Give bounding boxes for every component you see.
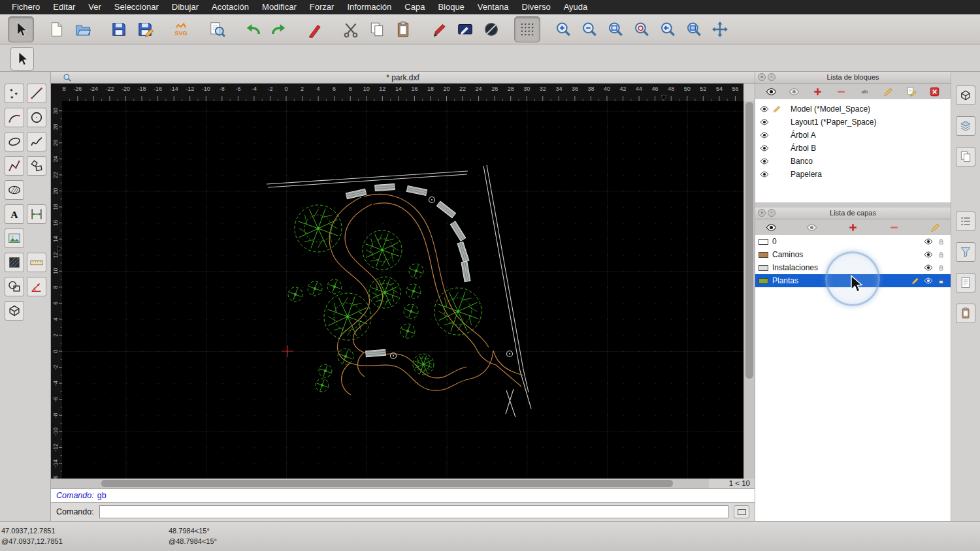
vertical-scrollbar[interactable] [743,101,755,479]
line-tool-button[interactable] [27,84,46,103]
menu-item-fichero[interactable]: Fichero [5,0,46,14]
visibility-icon[interactable] [760,131,770,140]
visibility-icon[interactable] [760,170,770,179]
save-as-button[interactable] [132,16,158,42]
measure-tool-button[interactable] [27,253,46,272]
delete-button[interactable] [302,16,328,42]
block-item[interactable]: Papelera [755,168,951,181]
hatch-tool-button[interactable] [5,180,24,200]
lock-icon[interactable] [937,276,947,285]
edit-block-button[interactable] [881,86,894,99]
undo-button[interactable] [240,16,266,42]
points-tool-button[interactable] [5,84,24,103]
layer-item-0[interactable]: 0 [755,235,951,248]
copy-button[interactable] [364,16,390,42]
spline-tool-button[interactable] [27,132,46,151]
lock-icon[interactable] [937,263,947,272]
text-tool-button[interactable]: A [5,204,24,224]
delete-block-button[interactable] [928,86,941,99]
visibility-icon[interactable] [924,237,934,246]
visibility-icon[interactable] [924,263,934,272]
zoom-redraw-button[interactable] [629,16,655,42]
redo-button[interactable] [266,16,292,42]
edit-layer-button[interactable] [928,221,941,234]
close-panel-icon[interactable]: × [758,209,766,217]
dock-toggle-notes[interactable] [956,304,975,323]
visibility-icon[interactable] [924,276,934,285]
menu-item-capa[interactable]: Capa [398,0,431,14]
dock-toggle-filter[interactable] [956,242,975,262]
attributes-button[interactable]: alb [858,86,871,99]
shapes-tool-button[interactable] [27,156,46,176]
lock-icon[interactable] [937,250,947,259]
vertical-scrollbar-thumb[interactable] [745,102,753,379]
menu-item-forzar[interactable]: Forzar [303,0,341,14]
remove-layer-button[interactable] [887,221,900,234]
visibility-muted-button[interactable] [806,221,819,234]
zoom-previous-button[interactable] [655,16,681,42]
menu-item-informacion[interactable]: Información [340,0,398,14]
menu-item-ver[interactable]: Ver [82,0,108,14]
visibility-icon[interactable] [760,118,770,127]
open-file-button[interactable] [70,16,96,42]
menu-item-ayuda[interactable]: Ayuda [557,0,595,14]
menu-item-acotacion[interactable]: Acotación [205,0,255,14]
image-tool-button[interactable] [5,228,24,248]
rename-block-button[interactable] [905,86,918,99]
paste-button[interactable] [390,16,416,42]
block-item[interactable]: Banco [755,155,951,168]
selection-cursor-button[interactable] [8,16,34,42]
menu-item-diverso[interactable]: Diverso [515,0,557,14]
float-panel-icon[interactable]: ▫ [768,73,776,81]
block-item[interactable]: Model (*Model_Space) [755,102,951,116]
print-preview-button[interactable] [204,16,230,42]
float-panel-icon[interactable]: ▫ [768,209,776,217]
visibility-icon[interactable] [760,104,770,114]
zoom-auto-button[interactable] [602,16,629,42]
menu-item-bloque[interactable]: Bloque [431,0,470,14]
drawing-canvas[interactable] [62,101,743,479]
visibility-muted-button[interactable] [788,86,801,99]
lock-icon[interactable] [937,237,947,246]
circle-tool-button[interactable] [27,108,46,127]
dock-toggle-blocks[interactable] [956,86,975,105]
block-item[interactable]: Layout1 (*Paper_Space) [755,116,951,129]
zoom-window-button[interactable] [681,16,707,42]
visibility-button[interactable] [764,221,777,234]
polyline-tool-button[interactable] [5,156,24,176]
menu-item-dibujar[interactable]: Dibujar [165,0,205,14]
command-options-button[interactable] [734,505,749,518]
svg-export-button[interactable]: SVG [168,16,194,42]
zoom-pan-button[interactable] [707,16,733,42]
block-item[interactable]: Árbol B [755,142,951,155]
command-input[interactable] [99,505,728,518]
dimension-tool-button[interactable] [27,204,46,224]
current-tool-button[interactable] [10,47,34,71]
cut-button[interactable] [338,16,364,42]
menu-item-seleccionar[interactable]: Seleccionar [108,0,165,14]
menu-item-editar[interactable]: Editar [46,0,82,14]
menu-item-ventana[interactable]: Ventana [471,0,515,14]
dock-toggle-library[interactable] [956,147,975,166]
empty-set-button[interactable] [478,16,504,42]
dock-toggle-command[interactable] [956,212,975,231]
visibility-button[interactable] [764,86,777,99]
ellipse-tool-button[interactable] [5,132,24,151]
edit-pencil-icon[interactable] [911,276,921,285]
block-item[interactable]: Árbol A [755,129,951,142]
add-block-button[interactable] [811,86,825,99]
grid-button[interactable] [514,16,540,42]
edit-entity-button[interactable] [452,16,478,42]
modify-tool-button[interactable] [5,277,24,296]
remove-block-button[interactable] [835,86,848,99]
cube-tool-button[interactable] [5,301,24,321]
fill-tool-button[interactable] [5,253,24,272]
visibility-icon[interactable] [760,157,770,166]
zoom-in-button[interactable] [550,16,576,42]
horizontal-scrollbar-thumb[interactable] [101,480,673,487]
menu-item-modificar[interactable]: Modificar [255,0,303,14]
dock-toggle-layers[interactable] [956,116,975,136]
save-button[interactable] [106,16,132,42]
close-panel-icon[interactable]: × [758,73,766,81]
horizontal-scrollbar[interactable] [62,479,709,488]
